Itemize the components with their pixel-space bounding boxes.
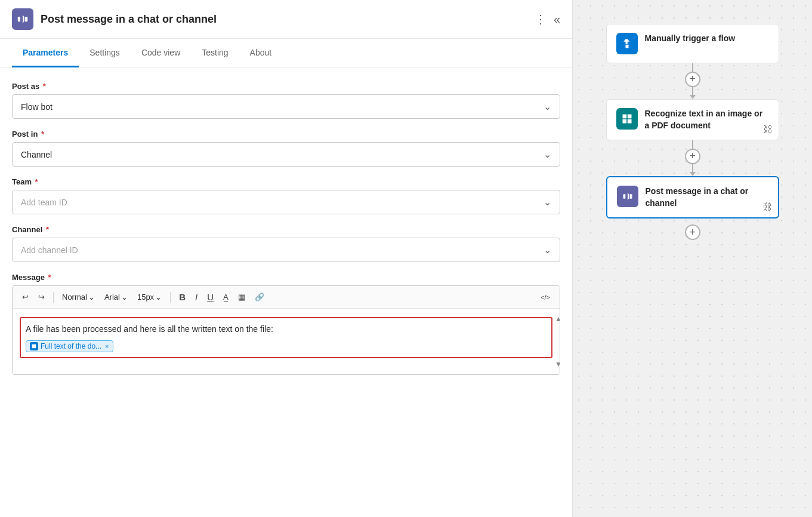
panel-header: Post message in a chat or channel ⋮ « <box>0 0 572 39</box>
toolbar-sep-1 <box>53 292 54 303</box>
tab-parameters[interactable]: Parameters <box>12 39 79 67</box>
message-required: * <box>48 273 51 282</box>
bold-button[interactable]: B <box>175 290 189 304</box>
format-size-dropdown[interactable]: 15px ⌄ <box>134 290 165 304</box>
connector-arrow-2 <box>690 172 696 176</box>
token-close[interactable]: × <box>105 343 109 350</box>
editor-toolbar: ↩ ↪ Normal ⌄ Arial ⌄ 15px ⌄ <box>13 286 560 309</box>
connector-line-top-1 <box>692 63 693 72</box>
right-panel: Manually trigger a flow + Recognize text… <box>573 0 812 517</box>
tab-about[interactable]: About <box>239 39 283 67</box>
italic-button[interactable]: I <box>192 290 201 304</box>
undo-button[interactable]: ↩ <box>18 290 32 304</box>
post-in-value: Channel <box>21 150 52 159</box>
ocr-link-icon: ⛓ <box>763 124 773 135</box>
flow-node-post-header: Post message in a chat or channel <box>607 177 778 217</box>
font-color-button[interactable]: A̲ <box>220 290 232 304</box>
scroll-down[interactable]: ▼ <box>555 360 558 368</box>
message-label: Message * <box>12 273 560 282</box>
format-size-label: 15px <box>137 293 154 301</box>
tabs-bar: Parameters Settings Code view Testing Ab… <box>0 39 572 67</box>
teams-icon <box>12 8 33 30</box>
link-button[interactable]: 🔗 <box>251 290 268 304</box>
connector-line-bottom-1 <box>692 87 693 96</box>
post-in-field: Post in * Channel ⌄ <box>12 130 560 167</box>
token-label: Full text of the do... <box>41 342 101 350</box>
connector-line-top-2 <box>692 140 693 149</box>
team-dropdown[interactable]: Add team ID ⌄ <box>12 190 560 214</box>
connector-1: + <box>685 63 700 99</box>
add-step-2[interactable]: + <box>685 149 700 164</box>
underline-button[interactable]: U <box>203 290 217 304</box>
post-icon <box>617 186 638 207</box>
format-style-dropdown[interactable]: Normal ⌄ <box>58 290 98 304</box>
highlight-button[interactable]: ▦ <box>234 290 249 304</box>
flow-node-ocr[interactable]: Recognize text in an image or a PDF docu… <box>606 99 779 140</box>
team-arrow: ⌄ <box>544 196 551 208</box>
format-font-arrow: ⌄ <box>121 293 128 301</box>
add-step-1[interactable]: + <box>685 72 700 87</box>
ocr-icon <box>616 108 638 130</box>
ocr-title: Recognize text in an image or a PDF docu… <box>645 108 769 131</box>
editor-content[interactable]: A file has been processed and here is al… <box>13 309 560 374</box>
toolbar-sep-2 <box>170 292 171 303</box>
channel-required: * <box>46 225 49 234</box>
dynamic-token: Full text of the do... × <box>26 340 113 352</box>
left-panel: Post message in a chat or channel ⋮ « Pa… <box>0 0 573 517</box>
post-as-dropdown[interactable]: Flow bot ⌄ <box>12 94 560 119</box>
tab-codeview[interactable]: Code view <box>131 39 191 67</box>
format-font-label: Arial <box>104 293 120 301</box>
post-as-arrow: ⌄ <box>544 101 551 112</box>
header-actions: ⋮ « <box>535 12 560 26</box>
flow-node-post[interactable]: Post message in a chat or channel ⛓ <box>606 176 779 219</box>
channel-dropdown[interactable]: Add channel ID ⌄ <box>12 238 560 262</box>
post-in-required: * <box>41 130 44 139</box>
editor-text: A file has been processed and here is al… <box>26 323 547 336</box>
scroll-up[interactable]: ▲ <box>555 315 558 323</box>
team-label: Team * <box>12 177 560 186</box>
redo-button[interactable]: ↪ <box>35 290 48 304</box>
message-editor: ↩ ↪ Normal ⌄ Arial ⌄ 15px ⌄ <box>12 285 560 375</box>
collapse-icon[interactable]: « <box>554 13 560 26</box>
editor-scrollbar: ▲ ▼ <box>555 315 558 368</box>
post-in-label: Post in * <box>12 130 560 139</box>
flow-node-trigger-header: Manually trigger a flow <box>607 24 779 63</box>
tab-settings[interactable]: Settings <box>79 39 131 67</box>
post-as-field: Post as * Flow bot ⌄ <box>12 82 560 119</box>
add-step-bottom[interactable]: + <box>685 224 700 240</box>
team-field: Team * Add team ID ⌄ <box>12 177 560 214</box>
code-view-button[interactable]: </> <box>537 291 554 303</box>
form-area: Post as * Flow bot ⌄ Post in * Channel ⌄… <box>0 67 572 517</box>
format-size-arrow: ⌄ <box>155 293 162 301</box>
connector-arrow-1 <box>690 95 696 99</box>
header-title: Post message in a chat or channel <box>41 13 527 26</box>
format-style-label: Normal <box>62 293 87 301</box>
channel-arrow: ⌄ <box>544 244 551 256</box>
team-required: * <box>35 177 38 186</box>
post-as-required: * <box>43 82 46 91</box>
post-in-arrow: ⌄ <box>544 149 551 160</box>
more-icon[interactable]: ⋮ <box>535 12 547 26</box>
format-style-arrow: ⌄ <box>88 293 95 301</box>
trigger-icon <box>616 33 638 54</box>
post-title: Post message in a chat or channel <box>646 186 768 209</box>
post-as-value: Flow bot <box>21 102 53 112</box>
trigger-title: Manually trigger a flow <box>645 33 736 45</box>
channel-placeholder: Add channel ID <box>21 245 78 255</box>
channel-label: Channel * <box>12 225 560 234</box>
tab-testing[interactable]: Testing <box>191 39 239 67</box>
connector-line-bottom-2 <box>692 164 693 173</box>
editor-red-box: A file has been processed and here is al… <box>20 317 552 358</box>
token-icon <box>30 342 38 350</box>
flow-node-ocr-header: Recognize text in an image or a PDF docu… <box>607 100 779 140</box>
channel-field: Channel * Add channel ID ⌄ <box>12 225 560 262</box>
post-link-icon: ⛓ <box>762 202 772 213</box>
message-field: Message * ↩ ↪ Normal ⌄ Arial ⌄ <box>12 273 560 375</box>
post-in-dropdown[interactable]: Channel ⌄ <box>12 142 560 167</box>
post-as-label: Post as * <box>12 82 560 91</box>
connector-2: + <box>685 140 700 176</box>
format-font-dropdown[interactable]: Arial ⌄ <box>101 290 131 304</box>
team-placeholder: Add team ID <box>21 198 67 207</box>
flow-node-trigger[interactable]: Manually trigger a flow <box>606 24 779 63</box>
